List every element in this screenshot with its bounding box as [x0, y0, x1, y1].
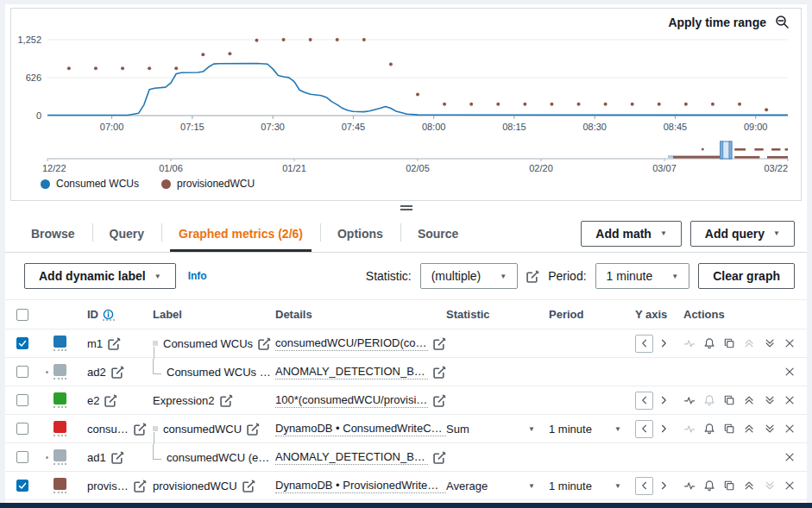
metric-details[interactable]: consumedWCU/PERIOD(consu… — [275, 336, 428, 351]
edit-id-icon[interactable] — [108, 337, 121, 350]
edit-id-icon[interactable] — [134, 423, 147, 436]
legend-item[interactable]: provisionedWCU — [161, 178, 255, 190]
tab-graphed-metrics-2-6[interactable]: Graphed metrics (2/6) — [161, 215, 320, 252]
anomaly-detection-icon[interactable] — [683, 336, 696, 351]
legend-item[interactable]: Consumed WCUs — [41, 178, 139, 190]
info-icon[interactable] — [103, 309, 115, 321]
anomaly-detection-icon[interactable] — [683, 478, 696, 493]
metric-details[interactable]: DynamoDB • ProvisionedWriteCapacit — [275, 479, 446, 493]
add-query-button[interactable]: Add query ▼ — [690, 221, 795, 247]
yaxis-left-button[interactable] — [635, 392, 653, 410]
edit-details-icon[interactable] — [433, 366, 446, 379]
metric-details[interactable]: ANOMALY_DETECTION_BAND(… — [275, 365, 428, 379]
edit-details-icon[interactable] — [433, 337, 446, 350]
edit-id-icon[interactable] — [104, 394, 117, 407]
duplicate-icon[interactable] — [723, 478, 735, 493]
period-dropdown[interactable]: 1 minute ▼ — [595, 263, 690, 289]
edit-label-icon[interactable] — [258, 337, 271, 350]
move-up-icon[interactable] — [743, 392, 755, 408]
overview-timeline[interactable]: 12/2201/0601/2102/0502/2003/0703/22 — [13, 138, 800, 176]
anomaly-detection-icon[interactable] — [683, 421, 696, 436]
metric-details[interactable]: DynamoDB • ConsumedWriteCapacity — [275, 422, 446, 436]
color-swatch[interactable] — [54, 392, 66, 408]
tree-parent-marker — [153, 426, 158, 431]
row-checkbox[interactable] — [16, 394, 28, 406]
add-math-button[interactable]: Add math ▼ — [581, 221, 681, 247]
edit-statistic-icon[interactable] — [526, 270, 539, 283]
color-swatch[interactable] — [54, 364, 66, 379]
alarm-bell-icon[interactable] — [703, 392, 715, 408]
zoom-out-icon[interactable] — [775, 15, 790, 30]
tab-source[interactable]: Source — [400, 215, 475, 252]
move-down-icon[interactable] — [764, 392, 776, 408]
alarm-bell-icon[interactable] — [703, 478, 715, 493]
remove-metric-icon[interactable] — [784, 392, 796, 408]
apply-time-range-label[interactable]: Apply time range — [668, 16, 766, 29]
edit-id-icon[interactable] — [134, 480, 147, 492]
remove-metric-icon[interactable] — [784, 421, 796, 436]
edit-label-icon[interactable] — [220, 394, 233, 407]
tree-elbow-connector — [153, 359, 161, 374]
duplicate-icon[interactable] — [723, 421, 735, 436]
statistic-dropdown[interactable]: Sum ▼ — [446, 423, 549, 436]
info-link[interactable]: Info — [188, 270, 207, 282]
yaxis-right-button[interactable] — [656, 478, 671, 493]
row-checkbox[interactable] — [16, 423, 28, 435]
yaxis-right-button[interactable] — [656, 421, 671, 436]
remove-metric-icon[interactable] — [784, 336, 796, 351]
yaxis-left-button[interactable] — [635, 477, 653, 495]
svg-text:08:00: 08:00 — [422, 122, 446, 132]
edit-label-icon[interactable] — [242, 480, 255, 492]
row-checkbox[interactable] — [16, 366, 28, 378]
main-chart[interactable]: 1,252626007:0007:1507:3007:4508:0008:150… — [13, 29, 800, 138]
period-dropdown[interactable]: 1 minute ▼ — [549, 480, 635, 492]
row-checkbox[interactable] — [16, 337, 28, 349]
row-checkbox[interactable] — [16, 480, 28, 492]
color-swatch[interactable] — [54, 449, 66, 465]
duplicate-icon[interactable] — [723, 392, 735, 408]
tab-query[interactable]: Query — [92, 215, 161, 252]
statistic-label: Statistic: — [366, 269, 412, 283]
row-checkbox[interactable] — [16, 451, 28, 463]
move-up-icon[interactable] — [743, 478, 755, 493]
edit-details-icon[interactable] — [433, 451, 446, 464]
chevron-down-icon: ▼ — [614, 482, 621, 490]
edit-details-icon[interactable] — [433, 394, 446, 407]
yaxis-right-button[interactable] — [656, 392, 671, 408]
metric-label: Expression2 — [153, 394, 215, 407]
alarm-bell-icon[interactable] — [703, 421, 715, 436]
color-swatch[interactable] — [54, 478, 66, 493]
statistic-dropdown[interactable]: Average ▼ — [446, 480, 549, 492]
chevron-down-icon: ▼ — [500, 273, 507, 280]
panel-resize-handle[interactable] — [5, 201, 807, 215]
remove-metric-icon[interactable] — [784, 478, 796, 493]
edit-label-icon[interactable] — [247, 423, 260, 436]
tabs-bar: BrowseQueryGraphed metrics (2/6)OptionsS… — [5, 215, 807, 253]
tab-browse[interactable]: Browse — [14, 215, 92, 252]
alarm-bell-icon[interactable] — [703, 336, 715, 351]
anomaly-detection-icon[interactable] — [683, 392, 696, 408]
remove-metric-icon[interactable] — [784, 449, 796, 465]
move-up-icon[interactable] — [743, 336, 755, 351]
tab-options[interactable]: Options — [320, 215, 400, 252]
color-swatch[interactable] — [54, 336, 66, 351]
period-dropdown[interactable]: 1 minute ▼ — [549, 423, 635, 436]
duplicate-icon[interactable] — [723, 336, 735, 351]
metric-details[interactable]: 100*(consumedWCU/provision… — [275, 393, 428, 408]
yaxis-right-button[interactable] — [656, 336, 671, 351]
color-swatch[interactable] — [54, 421, 66, 436]
edit-id-icon[interactable] — [111, 451, 124, 464]
clear-graph-button[interactable]: Clear graph — [698, 263, 795, 289]
statistic-dropdown[interactable]: (multiple) ▼ — [420, 263, 519, 289]
yaxis-left-button[interactable] — [635, 335, 653, 353]
move-down-icon[interactable] — [764, 478, 776, 493]
move-up-icon[interactable] — [743, 421, 755, 436]
yaxis-left-button[interactable] — [635, 420, 653, 438]
move-down-icon[interactable] — [764, 336, 776, 351]
metric-details[interactable]: ANOMALY_DETECTION_BAND(… — [275, 450, 428, 465]
edit-id-icon[interactable] — [111, 366, 124, 379]
select-all-checkbox[interactable] — [16, 309, 28, 321]
add-dynamic-label-button[interactable]: Add dynamic label ▼ — [24, 263, 176, 289]
remove-metric-icon[interactable] — [784, 364, 796, 379]
move-down-icon[interactable] — [764, 421, 776, 436]
